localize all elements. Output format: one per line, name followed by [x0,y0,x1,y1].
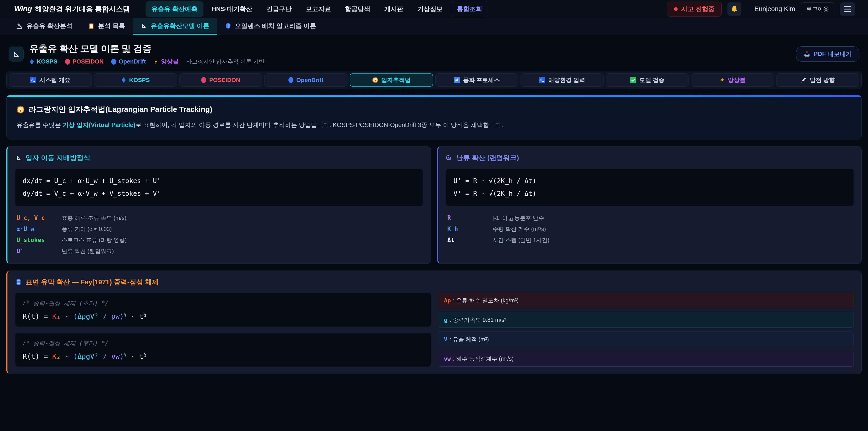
card-title: 입자 이동 지배방정식 [15,153,423,162]
chip-poseidon[interactable]: POSEIDON [179,73,262,87]
card-title: 난류 확산 (랜덤워크) [446,153,854,162]
spiral-icon [446,154,453,161]
red-dot-icon [674,7,678,11]
section-title: 라그랑지안 입자추적법(Lagrangian Particle Tracking… [17,104,851,115]
fay-code-block-late: /* 중력-점성 체제 (후기) */ R(t) = K₂ · (ΔρgV² /… [15,333,431,367]
sub-tab-bar: 유출유 확산분석 분석 목록 유출유확산모델 이론 오일펜스 배치 알고리즘 이… [0,18,868,35]
menu-aerial-search[interactable]: 항공탐색 [339,1,376,17]
menu-hns-air-diffusion[interactable]: HNS·대기확산 [206,1,258,17]
red-dot-icon [201,77,206,83]
blue-dot-icon [111,59,116,65]
bolt-icon [153,59,158,65]
badge-opendrift: OpenDrift [111,58,146,65]
set-square-icon [11,50,21,59]
variable-row: U' 난류 확산 (랜덤워크) [15,246,423,257]
pdf-export-button[interactable]: PDF 내보내기 [796,46,860,62]
variable-row: K_h 수평 확산 계수 (m²/s) [446,223,854,235]
compass-icon [17,105,25,114]
fay-formula-initial: R(t) = K₁ · (ΔρgV² / ρw)¼ · t½ [23,312,424,320]
fay-formula-column: /* 중력-관성 체제 (초기) */ R(t) = K₁ · (ΔρgV² /… [15,293,431,367]
variable-legend: R [-1, 1] 균등분포 난수 K_h 수평 확산 계수 (m²/s) Δt… [446,212,854,246]
page-title: 유출유 확산 모델 이론 및 검증 [29,42,265,55]
chip-ensemble[interactable]: 앙상블 [691,73,774,87]
wave-icon [30,77,36,83]
tab-spill-analysis[interactable]: 유출유 확산분석 [8,18,80,35]
oil-barrel-icon [15,279,22,285]
refresh-icon [454,77,460,83]
user-name: Eunjeong Kim [754,5,795,13]
set-square-icon [15,154,22,161]
fay-code-block-initial: /* 중력-관성 체제 (초기) */ R(t) = K₁ · (ΔρgV² /… [15,293,431,327]
governing-equation-card: 입자 이동 지배방정식 dx/dt = U_c + α·U_w + U_stok… [6,146,431,264]
card-title: 표면 유막 확산 — Fay(1971) 중력-점성 체제 [15,278,854,287]
menu-integrated-search[interactable]: 통합조회 [451,1,488,17]
variable-row: R [-1, 1] 균등분포 난수 [446,212,854,223]
model-badges: KOSPS POSEIDON OpenDrift 앙상블 라그랑지안 입자추적 … [29,58,265,65]
section-chip-nav: 시스템 개요 KOSPS POSEIDON OpenDrift 입자추적법 풍화… [6,71,862,89]
variable-row: Δt 시간 스텝 (일반 1시간) [446,235,854,246]
incident-status-badge[interactable]: 사고 진행중 [667,2,722,17]
bell-icon [731,5,738,13]
variable-chip-nu-w: νw : 해수 동점성계수 (m²/s) [438,351,854,367]
page-header-text: 유출유 확산 모델 이론 및 검증 KOSPS POSEIDON OpenDri… [29,42,265,65]
check-icon [630,77,636,83]
wave-icon [539,77,545,83]
bolt-icon [719,77,725,83]
main-menu: 유출유 확산예측 HNS·대기확산 긴급구난 보고자료 항공탐색 게시판 기상정… [146,1,488,17]
fay-variable-column: Δρ : 유류-해수 밀도차 (kg/m³) g : 중력가속도 9.81 m/… [438,293,854,367]
notifications-button[interactable] [727,2,741,16]
export-tray-icon [804,51,810,57]
gradient-accent-bar [6,95,862,97]
compass-icon [372,77,378,83]
section-description: 유출유를 수많은 가상 입자(Virtual Particle)로 표현하여, … [17,120,851,130]
microscope-icon [16,23,23,29]
diamond-icon [29,59,34,65]
chip-kosps[interactable]: KOSPS [94,73,177,87]
page-icon [8,47,24,61]
blue-dot-icon [288,77,293,83]
chip-model-validation[interactable]: 모델 검증 [606,73,689,87]
variable-legend: U_c, V_c 표층 해류·조류 속도 (m/s) α·U_w 풍류 기여 (… [15,212,423,257]
variable-chip-delta-rho: Δρ : 유류-해수 밀도차 (kg/m³) [438,293,854,308]
chip-future-direction[interactable]: 발전 방향 [776,73,859,87]
topbar-right: 사고 진행중 Eunjeong Kim 로그아웃 [667,2,855,17]
tab-analysis-list[interactable]: 분석 목록 [80,18,133,35]
chip-opendrift[interactable]: OpenDrift [265,73,347,87]
variable-row: U_stokes 스토크스 표류 (파랑 영향) [15,235,423,246]
rocket-icon [800,77,807,83]
set-square-icon [141,23,147,29]
chip-particle-tracking[interactable]: 입자추적법 [350,73,433,87]
badge-poseidon: POSEIDON [65,58,103,65]
menu-reports[interactable]: 보고자료 [300,1,337,17]
chip-system-overview[interactable]: 시스템 개요 [9,73,92,87]
logo-mark: Wing [14,4,32,13]
chip-weathering-process[interactable]: 풍화 프로세스 [435,73,518,87]
menu-emergency-rescue[interactable]: 긴급구난 [260,1,298,17]
chip-marine-environment-input[interactable]: 해양환경 입력 [521,73,603,87]
diamond-icon [121,77,126,83]
tab-oil-fence-algorithm-theory[interactable]: 오일펜스 배치 알고리즘 이론 [217,18,324,35]
variable-row: U_c, V_c 표층 해류·조류 속도 (m/s) [15,212,423,223]
hamburger-menu-button[interactable] [840,2,855,16]
highlight-virtual-particle: 가상 입자(Virtual Particle) [63,122,135,128]
variable-chip-g: g : 중력가속도 9.81 m/s² [438,312,854,328]
clipboard-icon [88,23,95,29]
logout-button[interactable]: 로그아웃 [801,2,834,16]
menu-board[interactable]: 게시판 [378,1,409,17]
red-dot-icon [65,59,70,65]
tab-diffusion-model-theory[interactable]: 유출유확산모델 이론 [133,18,217,35]
random-walk-card: 난류 확산 (랜덤워크) U' = R · √(2K_h / Δt)V' = R… [437,146,862,264]
menu-weather-info[interactable]: 기상정보 [411,1,448,17]
app-logo: Wing 해양환경 위기대응 통합시스템 [14,4,130,14]
lagrangian-intro-card: 라그랑지안 입자추적법(Lagrangian Particle Tracking… [6,95,862,140]
page-subtitle: 라그랑지안 입자추적 이론 기반 [186,58,265,65]
variable-row: α·U_w 풍류 기여 (α ≈ 0.03) [15,223,423,235]
divider [748,5,748,13]
page-content: 유출유 확산 모델 이론 및 검증 KOSPS POSEIDON OpenDri… [0,35,868,374]
menu-oil-spill-forecast[interactable]: 유출유 확산예측 [146,1,204,17]
page-header: 유출유 확산 모델 이론 및 검증 KOSPS POSEIDON OpenDri… [8,42,860,65]
fay-content-grid: /* 중력-관성 체제 (초기) */ R(t) = K₁ · (ΔρgV² /… [15,293,854,367]
badge-kosps: KOSPS [29,58,57,65]
shield-icon [225,23,231,29]
variable-chip-v: V : 유출 체적 (m³) [438,332,854,347]
